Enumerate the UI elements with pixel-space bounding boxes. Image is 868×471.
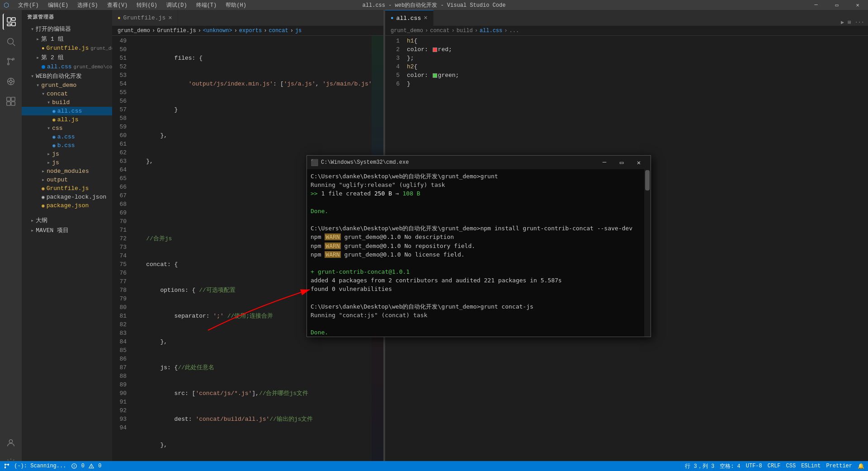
sidebar-item-package-lock[interactable]: ◉ package-lock.json: [22, 193, 112, 201]
chevron-down-icon: ▾: [42, 90, 45, 97]
menu-terminal[interactable]: 终端(T): [193, 1, 221, 9]
menu-select[interactable]: 选择(S): [74, 1, 102, 9]
breadcrumb-sep4: ›: [264, 28, 267, 34]
svg-point-8: [8, 63, 9, 65]
status-spaces[interactable]: 空格: 4: [720, 462, 741, 470]
status-prettier[interactable]: Prettier: [826, 463, 852, 469]
sidebar-item-node-modules[interactable]: ▸ node_modules: [22, 167, 112, 176]
svg-rect-17: [7, 102, 10, 105]
right-toolbar: ▶ ⊞ ···: [841, 19, 868, 26]
status-notification-bell[interactable]: 🔔: [858, 463, 864, 470]
sidebar-item-css-folder[interactable]: ▾ css: [22, 124, 112, 133]
menu-view[interactable]: 查看(V): [104, 1, 132, 9]
bc-build: build: [457, 28, 473, 34]
sidebar-item-concat[interactable]: ▾ concat: [22, 90, 112, 98]
sidebar-item-js-folder2[interactable]: ▸ js: [22, 158, 112, 167]
tab-allcss-close[interactable]: ×: [424, 14, 427, 22]
svg-rect-1: [12, 18, 15, 20]
split-editor-button[interactable]: ⊞: [848, 19, 851, 26]
menu-help[interactable]: 帮助(H): [222, 1, 250, 9]
sidebar-file-bcss: b.css: [57, 142, 75, 149]
maximize-button[interactable]: ▭: [826, 0, 847, 10]
status-language[interactable]: CSS: [786, 463, 796, 469]
chevron-right-icon: ▸: [31, 227, 34, 234]
menu-debug[interactable]: 调试(D): [163, 1, 191, 9]
sidebar-item-output[interactable]: ▸ output: [22, 176, 112, 184]
status-branch-name: (-): Scanning...: [14, 463, 66, 469]
cmd-line-3: >> 1 file created 250 B → 108 B: [311, 190, 647, 198]
cmd-scrollbar[interactable]: [644, 169, 651, 337]
tab-gruntfile[interactable]: ● Gruntfile.js ×: [112, 10, 178, 26]
status-eslint[interactable]: ESLint: [801, 463, 821, 469]
sidebar-item-alljs[interactable]: ◉ all.js: [22, 115, 112, 124]
menu-file[interactable]: 文件(F): [14, 1, 42, 9]
status-line-col[interactable]: 行 3，列 3: [685, 462, 714, 470]
sidebar-item-acss[interactable]: ◉ a.css: [22, 133, 112, 141]
sidebar-item-grunt-demo[interactable]: ▾ grunt_demo: [22, 81, 112, 90]
status-right: 行 3，列 3 空格: 4 UTF-8 CRLF CSS ESLint Pret…: [685, 462, 864, 470]
status-errors[interactable]: 0 0: [71, 463, 101, 469]
cmd-maximize[interactable]: ▭: [613, 156, 630, 169]
activity-accounts[interactable]: [3, 435, 19, 451]
cmd-scrollbar-thumb: [645, 170, 650, 190]
status-encoding[interactable]: UTF-8: [746, 463, 762, 469]
sidebar-item-package-json[interactable]: ◉ package.json: [22, 201, 112, 210]
svg-point-10: [9, 80, 12, 83]
sidebar-item-gruntfile-js[interactable]: ◉ Gruntfile.js: [22, 184, 112, 193]
sidebar-project-header[interactable]: ▾ WEB的自动化开发: [22, 71, 112, 81]
sidebar-folder-css: css: [52, 125, 62, 132]
window-title: all.css - web的自动化开发 - Visual Studio Code: [363, 1, 506, 9]
sidebar-maven[interactable]: ▸ MAVEN 项目: [22, 225, 112, 235]
activity-extensions[interactable]: [3, 93, 19, 109]
more-actions-button[interactable]: ···: [854, 19, 864, 26]
activity-search[interactable]: [3, 33, 19, 50]
chevron-right-icon: ▸: [47, 159, 50, 166]
tab-gruntfile-close[interactable]: ×: [168, 14, 172, 22]
sidebar-group1[interactable]: ▸ 第 1 组: [22, 34, 112, 44]
sidebar-item-bcss[interactable]: ◉ b.css: [22, 141, 112, 150]
svg-point-29: [91, 467, 92, 468]
activity-debug[interactable]: [3, 73, 19, 90]
js-file-icon: ◉: [52, 117, 56, 123]
chevron-down-icon: ▾: [47, 99, 50, 106]
js-file-icon: ●: [118, 15, 121, 21]
cmd-done-1: Done.: [311, 207, 647, 215]
sidebar-outline[interactable]: ▸ 大纲: [22, 215, 112, 225]
cmd-minimize[interactable]: ─: [596, 156, 613, 169]
tab-allcss[interactable]: ● all.css ×: [385, 10, 434, 26]
cmd-close[interactable]: ✕: [631, 156, 647, 169]
close-button[interactable]: ✕: [847, 0, 868, 10]
sidebar-folder-node-modules: node_modules: [47, 168, 89, 175]
svg-rect-0: [7, 18, 11, 22]
svg-point-24: [5, 467, 6, 469]
cmd-line-11: added 4 packages from 2 contributors and…: [311, 276, 647, 285]
cmd-body[interactable]: C:\Users\danke\Desktop\web的自动化开发\grunt_d…: [307, 169, 651, 337]
activity-explorer[interactable]: [3, 14, 19, 30]
sidebar-title: 资源管理器: [22, 10, 112, 24]
svg-point-27: [74, 466, 75, 467]
chevron-right-icon: ▸: [42, 168, 45, 175]
cmd-titlebar: ⬛ C:\Windows\System32\cmd.exe ─ ▭ ✕: [307, 156, 651, 169]
menu-goto[interactable]: 转到(G): [133, 1, 161, 9]
bc-grunt-demo: grunt_demo: [391, 28, 423, 34]
activity-git[interactable]: [3, 53, 19, 70]
sidebar-open-file-gruntfile[interactable]: ● Gruntfile.js grunt_demo: [22, 44, 112, 52]
cmd-line-8: npm WARN grunt_demo@0.1.0 No repository …: [311, 242, 647, 250]
sidebar-item-js-folder[interactable]: ▸ js: [22, 150, 112, 158]
sidebar-folder-build: build: [52, 99, 70, 106]
status-branch[interactable]: (-): Scanning...: [4, 463, 66, 469]
minimize-button[interactable]: ─: [806, 0, 826, 10]
sidebar-item-allcss[interactable]: ◉ all.css: [22, 107, 112, 115]
chevron-right-icon: ▸: [42, 176, 45, 183]
menu-edit[interactable]: 编辑(E): [44, 1, 72, 9]
sidebar-open-file-allcss[interactable]: all.css grunt_demo\conc...: [22, 62, 112, 71]
css-line-4: h2{: [405, 62, 868, 71]
status-lineending[interactable]: CRLF: [768, 463, 781, 469]
sidebar-group2[interactable]: ▸ 第 2 组: [22, 52, 112, 62]
run-button[interactable]: ▶: [841, 19, 844, 26]
sidebar-open-editors-header[interactable]: ▾ 打开的编辑器: [22, 24, 112, 34]
breadcrumb-unknown: <unknown>: [203, 28, 232, 34]
svg-point-22: [5, 464, 6, 466]
chevron-down-icon: ▾: [31, 26, 34, 33]
sidebar-item-build[interactable]: ▾ build: [22, 98, 112, 107]
